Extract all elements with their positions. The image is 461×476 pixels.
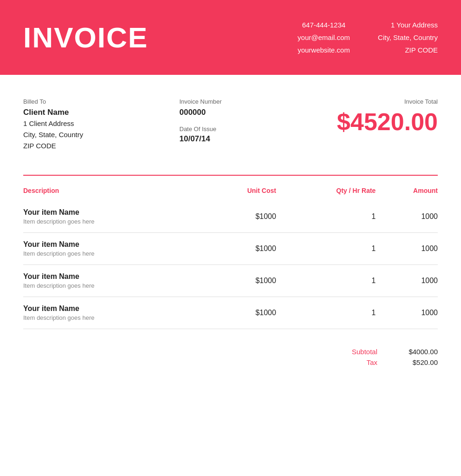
col-header-unit-cost: Unit Cost: [203, 180, 276, 201]
item-name: Your item Name: [23, 304, 203, 313]
header-contact-details: 647-444-1234 your@email.com yourwebsite.…: [297, 19, 350, 56]
subtotal-label: Subtotal: [280, 348, 391, 356]
header-address-line3: ZIP CODE: [378, 44, 438, 56]
table-row: Your item Name Item description goes her…: [23, 297, 438, 329]
item-qty: 1: [276, 297, 375, 329]
table-row: Your item Name Item description goes her…: [23, 265, 438, 297]
item-description-cell: Your item Name Item description goes her…: [23, 265, 203, 297]
item-desc: Item description goes here: [23, 282, 203, 289]
item-description-cell: Your item Name Item description goes her…: [23, 233, 203, 265]
item-unit-cost: $1000: [203, 233, 276, 265]
header-email: your@email.com: [297, 31, 350, 44]
subtotal-value: $4000.00: [391, 348, 438, 356]
item-amount: 1000: [375, 201, 438, 233]
table-divider: [23, 175, 438, 176]
client-address2: City, State, Country: [23, 129, 153, 140]
invoice-number-label: Invoice Number: [179, 98, 272, 105]
header-address-line1: 1 Your Address: [378, 19, 438, 31]
invoice-meta-block: Invoice Number 000000 Date Of Issue 10/0…: [179, 98, 272, 152]
tax-value: $520.00: [391, 358, 438, 366]
item-qty: 1: [276, 233, 375, 265]
item-name: Your item Name: [23, 208, 203, 217]
table-body: Your item Name Item description goes her…: [23, 201, 438, 329]
table-row: Your item Name Item description goes her…: [23, 201, 438, 233]
item-name: Your item Name: [23, 272, 203, 281]
client-address3: ZIP CODE: [23, 140, 153, 152]
header-phone: 647-444-1234: [297, 19, 350, 31]
item-description-cell: Your item Name Item description goes her…: [23, 297, 203, 329]
billed-to-label: Billed To: [23, 98, 153, 105]
date-value: 10/07/14: [179, 134, 272, 144]
invoice-header: INVOICE 647-444-1234 your@email.com your…: [0, 0, 461, 75]
client-name: Client Name: [23, 108, 153, 117]
item-unit-cost: $1000: [203, 201, 276, 233]
item-name: Your item Name: [23, 240, 203, 249]
item-description-cell: Your item Name Item description goes her…: [23, 201, 203, 233]
header-contact-info: 647-444-1234 your@email.com yourwebsite.…: [297, 19, 438, 56]
invoice-title: INVOICE: [23, 21, 148, 54]
invoice-total-amount: $4520.00: [298, 108, 438, 136]
billing-section: Billed To Client Name 1 Client Address C…: [23, 98, 438, 152]
item-desc: Item description goes here: [23, 218, 203, 225]
subtotal-row: Subtotal $4000.00: [280, 348, 438, 356]
item-amount: 1000: [375, 233, 438, 265]
header-address-line2: City, State, Country: [378, 31, 438, 44]
invoice-total-label: Invoice Total: [298, 98, 438, 105]
item-unit-cost: $1000: [203, 297, 276, 329]
invoice-table: Description Unit Cost Qty / Hr Rate Amou…: [23, 180, 438, 329]
item-amount: 1000: [375, 265, 438, 297]
invoice-total-block: Invoice Total $4520.00: [298, 98, 438, 152]
table-header: Description Unit Cost Qty / Hr Rate Amou…: [23, 180, 438, 201]
invoice-number-value: 000000: [179, 108, 272, 117]
item-desc: Item description goes here: [23, 314, 203, 321]
tax-label: Tax: [280, 358, 391, 366]
client-address1: 1 Client Address: [23, 118, 153, 129]
item-amount: 1000: [375, 297, 438, 329]
col-header-amount: Amount: [375, 180, 438, 201]
item-desc: Item description goes here: [23, 250, 203, 257]
date-label: Date Of Issue: [179, 126, 272, 132]
col-header-description: Description: [23, 180, 203, 201]
header-address: 1 Your Address City, State, Country ZIP …: [378, 19, 438, 56]
item-qty: 1: [276, 201, 375, 233]
header-website: yourwebsite.com: [297, 44, 350, 56]
invoice-body: Billed To Client Name 1 Client Address C…: [0, 75, 461, 388]
billed-to-block: Billed To Client Name 1 Client Address C…: [23, 98, 153, 152]
table-row: Your item Name Item description goes her…: [23, 233, 438, 265]
item-unit-cost: $1000: [203, 265, 276, 297]
col-header-qty: Qty / Hr Rate: [276, 180, 375, 201]
invoice-document: INVOICE 647-444-1234 your@email.com your…: [0, 0, 461, 476]
item-qty: 1: [276, 265, 375, 297]
totals-section: Subtotal $4000.00 Tax $520.00: [23, 348, 438, 369]
tax-row: Tax $520.00: [280, 358, 438, 366]
